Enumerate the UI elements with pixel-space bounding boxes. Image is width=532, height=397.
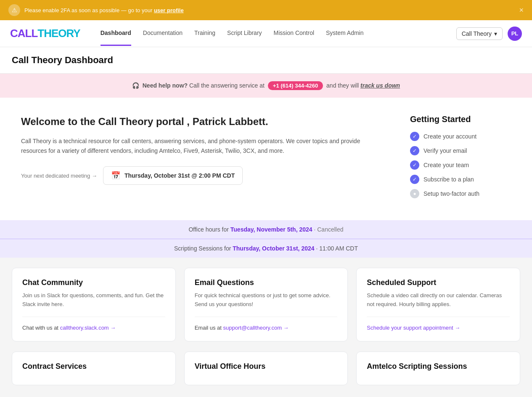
sessions-area: Office hours for Tuesday, November 5th, … xyxy=(0,220,532,258)
main-nav: CALL THEORY Dashboard Documentation Trai… xyxy=(0,20,532,47)
session-status-1: · Cancelled xyxy=(314,226,343,233)
need-help-text: Need help now? xyxy=(143,82,188,89)
session-date-1: Tuesday, November 5th, 2024 xyxy=(230,226,312,233)
meeting-row: Your next dedicated meeting → 📅 Thursday… xyxy=(21,166,385,185)
headset-icon: 🎧 xyxy=(132,82,139,89)
welcome-desc: Call Theory is a technical resource for … xyxy=(21,136,385,157)
check-done-icon: ✓ xyxy=(410,175,419,184)
help-text2: and they will xyxy=(326,82,360,89)
gs-label-3: Create your team xyxy=(423,162,469,168)
gs-item-4: ✓ Subscribe to a plan xyxy=(410,175,511,184)
card-chat-community: Chat Community Join us in Slack for ques… xyxy=(12,268,176,341)
card-scheduled-support: Scheduled Support Schedule a video call … xyxy=(356,268,520,341)
gs-item-1: ✓ Create your account xyxy=(410,132,511,141)
welcome-title: Welcome to the Call Theory portal , Patr… xyxy=(21,115,385,129)
check-done-icon: ✓ xyxy=(410,146,419,155)
page-header: Call Theory Dashboard xyxy=(0,47,532,74)
session-row-1: Office hours for Tuesday, November 5th, … xyxy=(0,220,532,239)
nav-script-library[interactable]: Script Library xyxy=(227,21,262,46)
divider xyxy=(195,317,338,317)
card-email-questions: Email Questions For quick technical ques… xyxy=(184,268,348,341)
session-date-2: Thursday, October 31st, 2024 xyxy=(233,245,314,252)
page-title: Call Theory Dashboard xyxy=(12,55,520,66)
card-link-2[interactable]: support@calltheory.com → xyxy=(223,325,289,331)
bottom-cards-grid: Contract Services Virtual Office Hours A… xyxy=(0,352,532,395)
card-link-1[interactable]: calltheory.slack.com → xyxy=(60,325,116,331)
session-prefix-2: Scripting Sessions for xyxy=(174,245,231,252)
user-profile-link[interactable]: user profile xyxy=(154,7,184,13)
meeting-label: Your next dedicated meeting → xyxy=(21,173,97,179)
card-link-3[interactable]: Schedule your support appointment → xyxy=(367,325,460,331)
welcome-left: Welcome to the Call Theory portal , Patr… xyxy=(21,115,385,203)
session-status-2: · 11:00 AM CDT xyxy=(316,245,358,252)
card-footer-1: Chat with us at calltheory.slack.com → xyxy=(22,325,165,331)
card-amtelco-scripting: Amtelco Scripting Sessions xyxy=(356,352,520,385)
gs-item-3: ✓ Create your team xyxy=(410,160,511,170)
divider xyxy=(22,317,165,317)
nav-mission-control[interactable]: Mission Control xyxy=(274,21,314,46)
banner-content: ⚠ Please enable 2FA as soon as possible … xyxy=(8,4,184,16)
phone-badge: +1 (614) 344-4260 xyxy=(268,81,323,90)
gs-label-4: Subscribe to a plan xyxy=(423,176,474,183)
close-icon[interactable]: × xyxy=(519,6,524,15)
divider xyxy=(367,317,510,317)
banner-text: Please enable 2FA as soon as possible — … xyxy=(24,7,184,13)
check-pending-icon: ● xyxy=(410,189,419,198)
gs-label-1: Create your account xyxy=(423,133,476,140)
logo[interactable]: CALL THEORY xyxy=(10,27,80,40)
warning-icon: ⚠ xyxy=(8,4,20,16)
nav-system-admin[interactable]: System Admin xyxy=(326,21,363,46)
card-contract-services: Contract Services xyxy=(12,352,176,385)
card-desc-2: For quick technical questions or just to… xyxy=(195,291,338,309)
logo-call: CALL xyxy=(10,27,37,40)
card-desc-3: Schedule a video call directly on our ca… xyxy=(367,291,510,309)
help-banner: 🎧 Need help now? Call the answering serv… xyxy=(0,74,532,98)
check-done-icon: ✓ xyxy=(410,160,419,170)
main-content: 🎧 Need help now? Call the answering serv… xyxy=(0,74,532,395)
gs-item-2: ✓ Verify your email xyxy=(410,146,511,155)
nav-links: Dashboard Documentation Training Script … xyxy=(101,21,443,46)
welcome-section: Welcome to the Call Theory portal , Patr… xyxy=(0,98,532,220)
gs-label-2: Verify your email xyxy=(423,147,467,154)
card-footer-2: Email us at support@calltheory.com → xyxy=(195,325,338,331)
getting-started: Getting Started ✓ Create your account ✓ … xyxy=(410,115,511,203)
card-title-3: Scheduled Support xyxy=(367,278,510,287)
card-title-1: Chat Community xyxy=(22,278,165,287)
session-row-2: Scripting Sessions for Thursday, October… xyxy=(0,239,532,258)
org-name: Call Theory xyxy=(462,30,492,37)
nav-training[interactable]: Training xyxy=(194,21,215,46)
session-prefix-1: Office hours for xyxy=(188,226,228,233)
check-done-icon: ✓ xyxy=(410,132,419,141)
bottom-card-title-2: Virtual Office Hours xyxy=(195,362,338,371)
cards-grid: Chat Community Join us in Slack for ques… xyxy=(0,258,532,352)
card-footer-3: Schedule your support appointment → xyxy=(367,325,510,331)
chevron-down-icon: ▾ xyxy=(494,30,497,37)
top-banner: ⚠ Please enable 2FA as soon as possible … xyxy=(0,0,532,20)
nav-documentation[interactable]: Documentation xyxy=(143,21,183,46)
logo-theory: THEORY xyxy=(37,27,80,40)
meeting-box[interactable]: 📅 Thursday, October 31st @ 2:00 PM CDT xyxy=(103,166,243,185)
calendar-icon: 📅 xyxy=(111,171,120,180)
help-text: Call the answering service at xyxy=(189,82,266,89)
card-virtual-office-hours: Virtual Office Hours xyxy=(184,352,348,385)
track-link[interactable]: track us down xyxy=(360,82,400,89)
gs-item-5: ● Setup two-factor auth xyxy=(410,189,511,198)
org-selector[interactable]: Call Theory ▾ xyxy=(456,27,503,40)
nav-dashboard[interactable]: Dashboard xyxy=(101,21,131,46)
bottom-card-title-1: Contract Services xyxy=(22,362,165,371)
nav-right: Call Theory ▾ PL xyxy=(456,27,522,41)
gs-label-5: Setup two-factor auth xyxy=(423,190,479,197)
avatar[interactable]: PL xyxy=(508,27,522,41)
meeting-date: Thursday, October 31st @ 2:00 PM CDT xyxy=(124,172,235,179)
card-desc-1: Join us in Slack for questions, comments… xyxy=(22,291,165,309)
card-title-2: Email Questions xyxy=(195,278,338,287)
bottom-card-title-3: Amtelco Scripting Sessions xyxy=(367,362,510,371)
gs-title: Getting Started xyxy=(410,115,511,124)
